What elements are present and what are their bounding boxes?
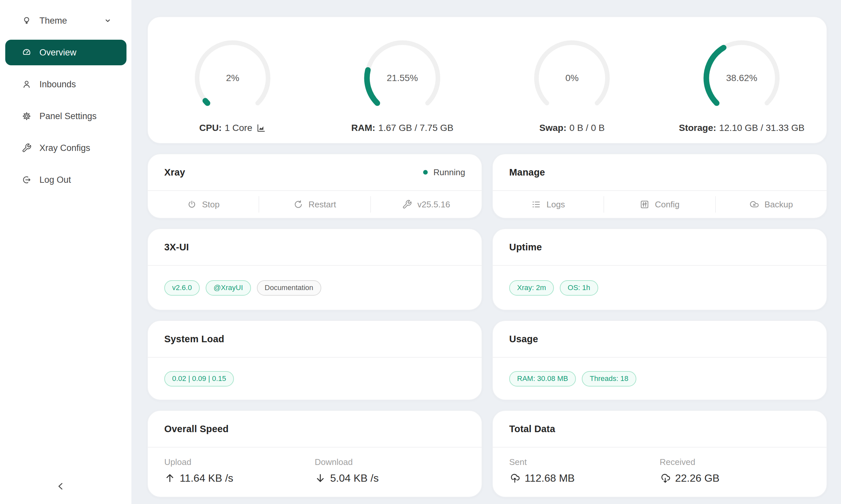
load-average-badge: 0.02 | 0.09 | 0.15 bbox=[164, 371, 234, 386]
manage-card: Manage Logs bbox=[492, 154, 827, 218]
wrench-icon bbox=[402, 199, 412, 209]
sidebar-item-label: Inbounds bbox=[39, 79, 112, 90]
usage-badges: RAM: 30.08 MB Threads: 18 bbox=[493, 358, 826, 400]
documentation-badge[interactable]: Documentation bbox=[257, 280, 321, 295]
gauge-ram: 21.55% RAM: 1.67 GB / 7.75 GB bbox=[318, 39, 487, 133]
restart-xray-button[interactable]: Restart bbox=[259, 191, 370, 218]
storage-label-value: 12.10 GB / 31.33 GB bbox=[719, 123, 805, 133]
telegram-badge[interactable]: @XrayUI bbox=[206, 280, 251, 295]
sidebar-menu: Theme Overview bbox=[0, 8, 132, 193]
sent-label: Sent bbox=[509, 457, 660, 467]
ram-label-prefix: RAM: bbox=[351, 123, 375, 133]
system-load-card: System Load 0.02 | 0.09 | 0.15 bbox=[147, 320, 482, 400]
sidebar-item-panel-settings[interactable]: Panel Settings bbox=[5, 103, 126, 129]
download-value: 5.04 KB /s bbox=[315, 472, 465, 484]
xray-card: Xray Running Stop bbox=[147, 154, 482, 218]
ram-usage-badge: RAM: 30.08 MB bbox=[509, 371, 576, 386]
arrow-up-icon bbox=[164, 472, 175, 484]
swap-percent: 0% bbox=[533, 39, 611, 118]
gear-icon bbox=[22, 111, 32, 121]
cloud-download-icon bbox=[660, 472, 671, 484]
version-badge[interactable]: v2.6.0 bbox=[164, 280, 200, 295]
sidebar-item-label: Theme bbox=[39, 16, 96, 26]
list-icon bbox=[531, 199, 541, 209]
row-speed-data: Overall Speed Upload 11.64 KB /s bbox=[147, 410, 827, 498]
action-label: v25.5.16 bbox=[417, 199, 450, 210]
logs-button[interactable]: Logs bbox=[493, 191, 603, 218]
sent-data-text: 112.68 MB bbox=[525, 472, 574, 484]
bulb-icon bbox=[22, 16, 32, 25]
os-uptime-badge: OS: 1h bbox=[560, 280, 598, 295]
sidebar-collapse-button[interactable] bbox=[55, 476, 76, 497]
upload-value: 11.64 KB /s bbox=[164, 472, 315, 484]
area-chart-icon bbox=[256, 123, 266, 133]
system-load-badges: 0.02 | 0.09 | 0.15 bbox=[148, 358, 482, 400]
sent-value: 112.68 MB bbox=[509, 472, 660, 484]
restart-icon bbox=[293, 199, 303, 209]
sliders-icon bbox=[640, 199, 650, 209]
uptime-card-title: Uptime bbox=[509, 242, 542, 253]
sidebar-item-label: Panel Settings bbox=[39, 111, 112, 121]
sidebar-item-xray-configs[interactable]: Xray Configs bbox=[5, 135, 126, 161]
overall-speed-card: Overall Speed Upload 11.64 KB /s bbox=[147, 410, 482, 498]
gauge-swap: 0% Swap: 0 B / 0 B bbox=[487, 39, 657, 133]
upload-stat: Upload 11.64 KB /s bbox=[164, 449, 315, 492]
wrench-icon bbox=[22, 143, 32, 153]
total-data-card: Total Data Sent 112.6 bbox=[492, 410, 827, 498]
ram-percent: 21.55% bbox=[363, 39, 442, 118]
swap-label-value: 0 B / 0 B bbox=[569, 123, 604, 133]
sidebar-item-label: Overview bbox=[39, 48, 112, 58]
sidebar-item-log-out[interactable]: Log Out bbox=[5, 167, 126, 193]
stop-xray-button[interactable]: Stop bbox=[148, 191, 259, 218]
action-label: Config bbox=[655, 199, 680, 210]
chevron-left-icon bbox=[55, 481, 66, 492]
swap-gauge: 0% bbox=[533, 39, 611, 118]
app-root: Theme Overview bbox=[0, 0, 841, 504]
row-xray-manage: Xray Running Stop bbox=[147, 154, 827, 218]
action-label: Backup bbox=[765, 199, 793, 210]
cpu-gauge: 2% bbox=[193, 39, 272, 118]
row-load-usage: System Load 0.02 | 0.09 | 0.15 Usage RAM… bbox=[147, 320, 827, 400]
download-stat: Download 5.04 KB /s bbox=[315, 449, 465, 492]
storage-label-prefix: Storage: bbox=[679, 123, 716, 133]
cloud-upload-icon bbox=[509, 472, 520, 484]
power-icon bbox=[187, 199, 197, 209]
usage-card-title: Usage bbox=[509, 334, 538, 344]
xray-status-label: Running bbox=[433, 167, 465, 178]
manage-actions: Logs Config bbox=[493, 191, 826, 218]
sent-stat: Sent 112.68 MB bbox=[509, 449, 660, 492]
uptime-badges: Xray: 2m OS: 1h bbox=[493, 266, 826, 310]
xray-version-button[interactable]: v25.5.16 bbox=[371, 191, 482, 218]
download-speed-text: 5.04 KB /s bbox=[330, 472, 379, 484]
uptime-card: Uptime Xray: 2m OS: 1h bbox=[492, 228, 827, 310]
xray-status: Running bbox=[423, 167, 465, 178]
xray-actions: Stop Restart bbox=[148, 191, 482, 218]
sidebar-item-overview[interactable]: Overview bbox=[5, 40, 126, 65]
chevron-down-icon bbox=[103, 16, 112, 25]
action-label: Logs bbox=[546, 199, 565, 210]
sidebar-item-theme[interactable]: Theme bbox=[5, 8, 126, 34]
cpu-history-button[interactable] bbox=[256, 123, 266, 133]
action-label: Stop bbox=[202, 199, 220, 210]
received-value: 22.26 GB bbox=[660, 472, 810, 484]
swap-label: Swap: 0 B / 0 B bbox=[539, 123, 605, 133]
received-stat: Received 22.26 GB bbox=[660, 449, 810, 492]
storage-percent: 38.62% bbox=[702, 39, 781, 118]
sidebar-item-inbounds[interactable]: Inbounds bbox=[5, 72, 126, 97]
system-load-card-title: System Load bbox=[164, 334, 224, 344]
status-dot bbox=[423, 170, 428, 175]
ram-gauge: 21.55% bbox=[363, 39, 442, 118]
overall-speed-stats: Upload 11.64 KB /s Download bbox=[148, 448, 482, 497]
backup-button[interactable]: Backup bbox=[716, 191, 826, 218]
storage-label: Storage: 12.10 GB / 31.33 GB bbox=[679, 123, 805, 133]
system-gauges-card: 2% CPU: 1 Core bbox=[147, 16, 827, 144]
row-xui-uptime: 3X-UI v2.6.0 @XrayUI Documentation Uptim… bbox=[147, 228, 827, 310]
gauge-cpu: 2% CPU: 1 Core bbox=[148, 39, 318, 133]
action-label: Restart bbox=[308, 199, 336, 210]
xui-badges: v2.6.0 @XrayUI Documentation bbox=[148, 266, 482, 310]
logout-icon bbox=[22, 175, 32, 185]
received-label: Received bbox=[660, 457, 810, 467]
cpu-label-prefix: CPU: bbox=[200, 123, 222, 133]
upload-speed-text: 11.64 KB /s bbox=[180, 472, 233, 484]
config-button[interactable]: Config bbox=[604, 191, 715, 218]
